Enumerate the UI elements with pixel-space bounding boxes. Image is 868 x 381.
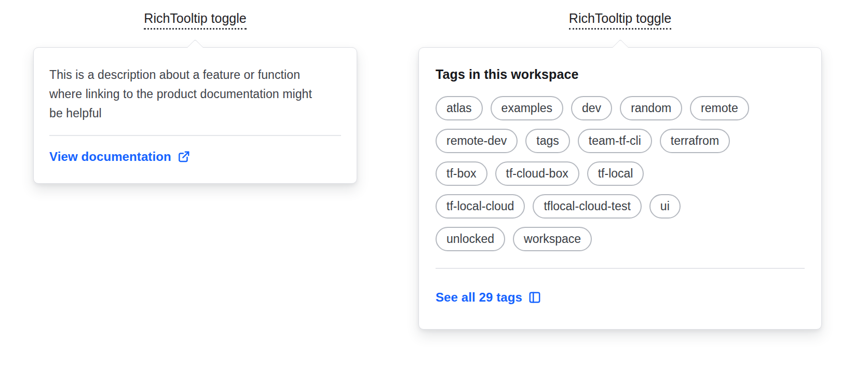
tooltip-description: This is a description about a feature or… bbox=[49, 65, 319, 123]
tooltip-card-right: Tags in this workspace atlasexamplesdevr… bbox=[418, 47, 822, 330]
tag-row: tf-local-cloudtflocal-cloud-testui bbox=[436, 194, 681, 219]
tag-pill: tags bbox=[525, 129, 569, 153]
tag-pill: examples bbox=[491, 96, 563, 120]
tags-heading: Tags in this workspace bbox=[436, 66, 805, 82]
tag-pill: atlas bbox=[436, 96, 483, 120]
tag-row: remote-devtagsteam-tf-cliterrafrom bbox=[436, 129, 730, 153]
tooltip-card-right-content: Tags in this workspace atlasexamplesdevr… bbox=[419, 48, 821, 329]
divider bbox=[436, 268, 805, 269]
tag-pill: workspace bbox=[513, 227, 592, 251]
tag-pill: tf-local bbox=[587, 161, 644, 186]
tag-pill: remote bbox=[690, 96, 749, 120]
tag-pill: tf-cloud-box bbox=[495, 161, 579, 186]
tag-pill: unlocked bbox=[436, 227, 505, 251]
sidebar-icon bbox=[528, 291, 541, 304]
tag-pill: team-tf-cli bbox=[578, 129, 652, 153]
tag-pill: terrafrom bbox=[660, 129, 730, 153]
tag-pill: tf-local-cloud bbox=[436, 194, 525, 219]
external-link-icon bbox=[177, 150, 191, 164]
tag-row: unlockedworkspace bbox=[436, 227, 592, 251]
see-all-tags-label: See all 29 tags bbox=[436, 290, 522, 305]
rich-tooltip-demo-left: RichTooltip toggle This is a description… bbox=[33, 10, 357, 184]
tag-row: atlasexamplesdevrandomremote bbox=[436, 96, 749, 120]
see-all-tags-link[interactable]: See all 29 tags bbox=[436, 290, 541, 305]
tag-pill: tf-box bbox=[436, 161, 487, 186]
tag-pill: remote-dev bbox=[436, 129, 518, 153]
view-documentation-link[interactable]: View documentation bbox=[49, 149, 191, 165]
tag-pill: tflocal-cloud-test bbox=[533, 194, 641, 219]
tag-row: tf-boxtf-cloud-boxtf-local bbox=[436, 161, 644, 186]
richtooltip-toggle-right[interactable]: RichTooltip toggle bbox=[569, 10, 671, 30]
view-documentation-label: View documentation bbox=[49, 149, 171, 165]
richtooltip-toggle-left[interactable]: RichTooltip toggle bbox=[144, 10, 246, 30]
tag-pill: random bbox=[620, 96, 682, 120]
tooltip-card-left: This is a description about a feature or… bbox=[33, 47, 357, 184]
tag-pill: ui bbox=[649, 194, 681, 219]
rich-tooltip-demo-right: RichTooltip toggle Tags in this workspac… bbox=[418, 10, 822, 330]
tooltip-card-left-content: This is a description about a feature or… bbox=[34, 48, 357, 183]
tag-pill: dev bbox=[571, 96, 612, 120]
tag-list: atlasexamplesdevrandomremoteremote-devta… bbox=[436, 96, 805, 251]
canvas: RichTooltip toggle This is a description… bbox=[0, 0, 868, 381]
divider bbox=[49, 135, 341, 136]
